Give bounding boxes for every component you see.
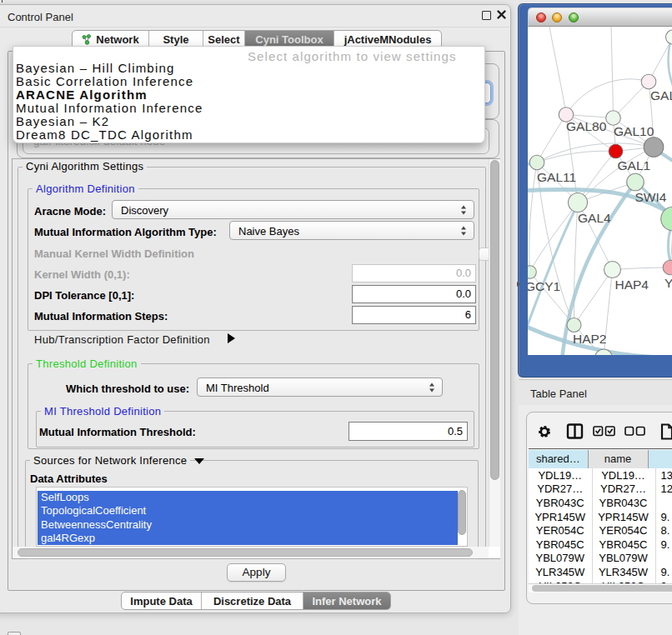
table-row[interactable]: YBR045CYBR045C9. (529, 538, 672, 552)
node (627, 173, 644, 191)
mi-steps-field[interactable]: 6 (352, 306, 476, 324)
node (641, 74, 656, 89)
bottom-left-widget (8, 632, 21, 635)
node (666, 30, 672, 44)
kernel-width-field[interactable]: 0.0 (352, 264, 476, 282)
column-header-cut[interactable] (649, 450, 672, 469)
node-label: GAL80 (566, 118, 607, 132)
mi-algorithm-type-label: Mutual Information Algorithm Type: (34, 226, 217, 238)
hub-section-label: Hub/Transcription Factor Definition (34, 333, 210, 346)
tab-network-label: Network (96, 33, 138, 46)
collapse-down-icon[interactable] (194, 458, 204, 464)
stepper-arrows-icon (461, 205, 467, 214)
node-label: GAL11 (537, 169, 576, 183)
attributes-scrollbar-thumb[interactable] (458, 490, 466, 535)
dpi-tolerance-field[interactable]: 0.0 (352, 285, 476, 303)
table-row[interactable]: YDL19…YDL19…13 (529, 468, 672, 482)
document-icon[interactable] (662, 425, 672, 439)
list-item[interactable]: gal4RGexp (38, 532, 458, 545)
table-hscrollbar-thumb[interactable] (532, 585, 672, 592)
algorithm-option[interactable]: Basic Correlation Inference (16, 75, 193, 88)
which-threshold-label: Which threshold to use: (66, 382, 189, 395)
expand-right-icon[interactable] (228, 333, 235, 343)
node-labels: GAL80 GAL10 GAL1 GAL11 SWI4 GAL4 GCY1 HA… (528, 88, 672, 346)
mi-algorithm-type-select[interactable]: Naive Bayes (229, 221, 474, 240)
tab-infer-network[interactable]: Infer Network (303, 592, 390, 609)
network-window-titlebar[interactable] (528, 8, 672, 27)
algorithm-option[interactable]: Bayesian – K2 (16, 115, 109, 128)
checked-boxes-icon[interactable] (594, 427, 614, 436)
table-row[interactable]: YBL079WYBL079W (529, 552, 672, 566)
node (569, 192, 588, 212)
dpi-tolerance-label: DPI Tolerance [0,1]: (34, 289, 134, 302)
settings-hscrollbar-thumb[interactable] (18, 548, 473, 557)
algorithm-dropdown-popup: Select algorithm to view settings Bayesi… (13, 46, 485, 143)
table-panel-title: Table Panel (530, 388, 587, 400)
node (663, 260, 672, 275)
corner-artifact (2, 0, 3, 2)
node-label: HAP4 (615, 277, 649, 291)
cyni-algorithm-settings-title: Cyni Algorithm Settings (23, 161, 147, 172)
which-threshold-select[interactable]: MI Threshold (197, 378, 443, 397)
data-attributes-list[interactable]: SelfLoops TopologicalCoefficient Between… (36, 487, 468, 547)
node (529, 155, 544, 170)
scrollbar-corner (489, 547, 500, 558)
node-label: SWI4 (635, 189, 667, 203)
table-row[interactable]: YPR145WYPR145W9. (529, 510, 672, 524)
screen: Control Panel Network Style Select C (0, 0, 672, 635)
tab-impute-data[interactable]: Impute Data (122, 592, 202, 609)
column-header-shared-name[interactable]: shared… (529, 450, 589, 469)
mi-threshold-definition-title: MI Threshold Definition (41, 406, 164, 417)
manual-kernel-width-label: Manual Kernel Width Definition (34, 248, 194, 260)
node (528, 265, 536, 278)
table-body[interactable]: YDL19…YDL19…13 YDR27…YDR27…12 YBR043CYBR… (529, 468, 672, 583)
algorithm-option[interactable]: Dream8 DC_TDC Algorithm (16, 128, 193, 142)
mi-threshold-label: Mutual Information Threshold: (39, 426, 196, 438)
table-row[interactable]: YDR27…YDR27…12 (529, 482, 672, 497)
node-label: HAP2 (573, 331, 607, 345)
table-header-row: shared… name (529, 450, 672, 469)
node-label: GAL4 (578, 210, 611, 224)
list-item[interactable]: BetweennessCentrality (38, 518, 458, 532)
algorithm-dropdown-prompt: Select algorithm to view settings (248, 49, 457, 63)
apply-button[interactable]: Apply (227, 563, 286, 582)
node-gray (644, 137, 664, 157)
bottom-tab-bar: Impute Data Discretize Data Infer Networ… (121, 592, 391, 610)
node-red (609, 144, 622, 158)
panel-divider-grip[interactable] (517, 282, 520, 287)
table-toolbar (534, 419, 672, 444)
data-attributes-label: Data Attributes (30, 472, 108, 485)
algorithm-option[interactable]: Mutual Information Inference (16, 102, 203, 115)
table-row[interactable]: YBR043CYBR043C (529, 496, 672, 510)
minimize-traffic-light[interactable] (552, 12, 562, 22)
node-label: GAL1 (618, 158, 651, 172)
settings-vscrollbar-thumb[interactable] (490, 160, 499, 480)
table-row[interactable]: YLR345WYLR345W9. (529, 565, 672, 579)
titlebar-divider (0, 27, 509, 28)
tab-discretize-data[interactable]: Discretize Data (202, 592, 303, 609)
kernel-width-label: Kernel Width (0,1): (34, 268, 130, 281)
algorithm-option-highlighted[interactable]: ARACNE Algorithm (16, 88, 148, 102)
control-panel-title: Control Panel (8, 11, 73, 23)
stepper-arrows-icon (429, 382, 435, 392)
gear-icon[interactable] (540, 428, 549, 436)
mi-threshold-field[interactable]: 0.5 (349, 422, 468, 441)
float-window-icon[interactable] (482, 11, 491, 20)
close-icon[interactable] (496, 9, 507, 20)
network-icon (82, 34, 92, 45)
aracne-mode-select[interactable]: Discovery (112, 200, 474, 219)
table-row[interactable]: YER054CYER054C8. (529, 523, 672, 538)
split-columns-icon[interactable] (568, 425, 582, 438)
sources-title: Sources for Network Inference (30, 455, 190, 466)
close-traffic-light[interactable] (536, 12, 546, 22)
zoom-traffic-light[interactable] (569, 12, 579, 22)
unchecked-boxes-icon[interactable] (625, 428, 644, 436)
column-header-name[interactable]: name (589, 450, 649, 469)
node-label: Y (664, 275, 672, 289)
list-item[interactable]: SelfLoops (38, 491, 458, 504)
node (604, 261, 621, 278)
network-canvas[interactable]: GAL80 GAL10 GAL1 GAL11 SWI4 GAL4 GCY1 HA… (528, 27, 672, 355)
algorithm-option[interactable]: Bayesian – Hill Climbing (16, 62, 175, 75)
mi-steps-label: Mutual Information Steps: (34, 310, 168, 322)
list-item[interactable]: TopologicalCoefficient (38, 504, 458, 518)
